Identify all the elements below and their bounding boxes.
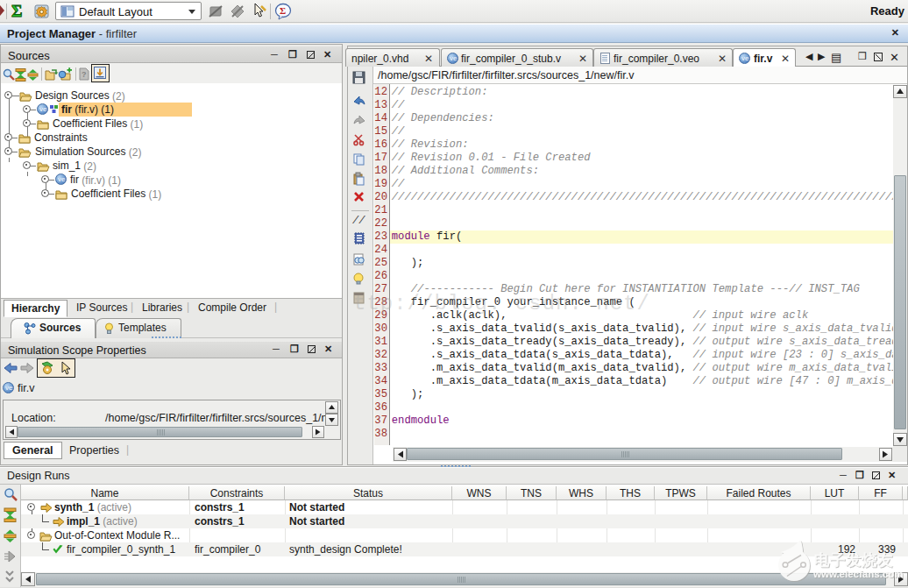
svg-text:Σ: Σ (280, 5, 286, 16)
svg-text:Σ: Σ (11, 3, 22, 20)
svg-text:?: ? (82, 70, 87, 79)
